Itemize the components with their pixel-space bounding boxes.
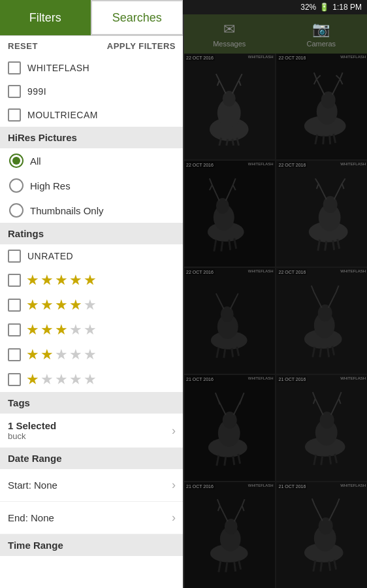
cam-label-1: WHITEFLASH <box>248 55 274 59</box>
camera-999i-row[interactable]: 999i <box>0 80 184 103</box>
cameras-icon: 📷 <box>312 21 330 38</box>
timestamp-8: 21 OCT 2016 <box>278 376 308 382</box>
camera-moultriecam-checkbox[interactable] <box>8 108 21 122</box>
grid-cell-1[interactable]: 22 OCT 2016 WHITEFLASH <box>184 54 275 159</box>
hires-thumbnails-row[interactable]: Thumbnails Only <box>0 198 184 223</box>
rating-1star-row[interactable]: ★ ★ ★ ★ ★ <box>0 367 184 392</box>
svg-line-32 <box>224 349 225 358</box>
svg-line-69 <box>334 560 336 570</box>
timestamp-1: 22 OCT 2016 <box>185 55 215 61</box>
date-start-chevron-icon: › <box>172 478 176 492</box>
svg-line-33 <box>232 348 233 357</box>
grid-cell-6[interactable]: 22 OCT 2016 WHITEFLASH <box>276 268 368 374</box>
camera-moultriecam-row[interactable]: MOULTRIECAM <box>0 103 184 127</box>
messages-button[interactable]: ✉ Messages <box>184 14 276 54</box>
svg-line-31 <box>217 348 219 358</box>
cameras-label: Cameras <box>306 40 336 48</box>
svg-line-38 <box>312 347 314 357</box>
camera-whiteflash-label: WHITEFLASH <box>27 63 89 73</box>
tab-filters[interactable]: Filters <box>0 0 91 35</box>
hires-thumbnails-label: Thumbnails Only <box>30 205 104 216</box>
svg-line-46 <box>225 457 226 466</box>
tags-name: buck <box>8 431 56 441</box>
cam-label-8: WHITEFLASH <box>340 376 366 380</box>
svg-line-53 <box>321 456 322 465</box>
svg-line-18 <box>221 241 223 252</box>
grid-cell-2[interactable]: 22 OCT 2016 WHITEFLASH <box>276 54 368 159</box>
svg-line-26 <box>332 240 334 250</box>
svg-point-16 <box>216 198 229 214</box>
cam-label-2: WHITEFLASH <box>340 55 366 59</box>
svg-line-4 <box>227 139 228 146</box>
camera-whiteflash-checkbox[interactable] <box>8 61 21 74</box>
grid-cell-8[interactable]: 21 OCT 2016 WHITEFLASH <box>276 375 368 481</box>
rating-2star-row[interactable]: ★ ★ ★ ★ ★ <box>0 342 184 367</box>
date-start-row[interactable]: Start: None › <box>0 469 184 502</box>
grid-cell-4[interactable]: 22 OCT 2016 WHITEFLASH <box>276 161 368 267</box>
hires-all-radio[interactable] <box>9 154 24 168</box>
timestamp-9: 21 OCT 2016 <box>185 483 215 489</box>
grid-cell-7[interactable]: 21 OCT 2016 WHITEFLASH <box>184 375 275 481</box>
svg-line-19 <box>229 240 231 250</box>
hires-highres-row[interactable]: High Res <box>0 173 184 198</box>
date-end-chevron-icon: › <box>172 511 176 525</box>
rating-4star-checkbox[interactable] <box>8 299 21 312</box>
time-display: 1:18 PM <box>332 3 362 12</box>
camera-999i-checkbox[interactable] <box>8 85 21 98</box>
svg-point-9 <box>321 91 335 108</box>
apply-filters-button[interactable]: APPLY FILTERS <box>107 41 176 51</box>
svg-point-30 <box>221 306 234 322</box>
tab-searches[interactable]: Searches <box>91 0 184 35</box>
rating-3star-stars: ★ ★ ★ ★ ★ <box>26 321 97 338</box>
battery-icon: 🔋 <box>319 3 329 12</box>
svg-point-65 <box>318 517 332 534</box>
svg-point-51 <box>319 412 334 429</box>
cameras-button[interactable]: 📷 Cameras <box>276 14 368 54</box>
messages-label: Messages <box>213 40 246 48</box>
hires-highres-label: High Res <box>30 180 71 191</box>
svg-line-39 <box>319 348 321 357</box>
svg-line-59 <box>219 561 221 572</box>
rating-5star-row[interactable]: ★ ★ ★ ★ ★ <box>0 268 184 293</box>
rating-5star-checkbox[interactable] <box>8 274 21 287</box>
rating-1star-checkbox[interactable] <box>8 373 21 386</box>
rating-unrated-label: Unrated <box>27 251 73 261</box>
timestamp-10: 21 OCT 2016 <box>278 483 308 489</box>
date-end-row[interactable]: End: None › <box>0 502 184 534</box>
hires-all-label: All <box>30 155 41 167</box>
svg-line-48 <box>238 454 240 464</box>
cam-label-9: WHITEFLASH <box>248 483 274 487</box>
timestamp-4: 22 OCT 2016 <box>278 162 308 168</box>
svg-line-52 <box>313 455 315 465</box>
rating-unrated-row[interactable]: Unrated <box>0 244 184 268</box>
svg-line-34 <box>237 347 239 356</box>
grid-cell-3[interactable]: 22 OCT 2016 WHITEFLASH <box>184 161 275 267</box>
hires-highres-radio[interactable] <box>9 178 24 193</box>
rating-3star-checkbox[interactable] <box>8 323 21 336</box>
tags-selected-row[interactable]: 1 Selected buck › <box>0 414 184 448</box>
rating-4star-row[interactable]: ★ ★ ★ ★ ★ <box>0 293 184 318</box>
date-end-label: End: None <box>8 512 54 523</box>
hires-thumbnails-radio[interactable] <box>9 203 24 218</box>
grid-cell-9[interactable]: 21 OCT 2016 WHITEFLASH <box>184 482 275 588</box>
svg-line-24 <box>317 240 319 251</box>
cam-label-3: WHITEFLASH <box>248 162 274 166</box>
rating-unrated-checkbox[interactable] <box>8 250 21 263</box>
rating-2star-stars: ★ ★ ★ ★ ★ <box>26 346 97 363</box>
svg-line-12 <box>329 135 330 144</box>
time-range-section-header: Time Range <box>0 534 184 556</box>
camera-whiteflash-row[interactable]: WHITEFLASH <box>0 56 184 80</box>
reset-button[interactable]: RESET <box>8 41 38 51</box>
rating-3star-row[interactable]: ★ ★ ★ ★ ★ <box>0 318 184 342</box>
rating-2star-checkbox[interactable] <box>8 348 21 361</box>
grid-cell-10[interactable]: 21 OCT 2016 WHITEFLASH <box>276 482 368 588</box>
svg-line-40 <box>327 348 328 357</box>
hires-all-row[interactable]: All <box>0 148 184 173</box>
actions-row: RESET APPLY FILTERS <box>0 36 184 56</box>
tags-section-header: Tags <box>0 392 184 414</box>
battery-percent: 32% <box>300 3 316 12</box>
camera-999i-label: 999i <box>27 86 46 97</box>
svg-point-44 <box>223 412 237 429</box>
cam-label-5: WHITEFLASH <box>248 269 274 273</box>
grid-cell-5[interactable]: 22 OCT 2016 WHITEFLASH <box>184 268 275 374</box>
